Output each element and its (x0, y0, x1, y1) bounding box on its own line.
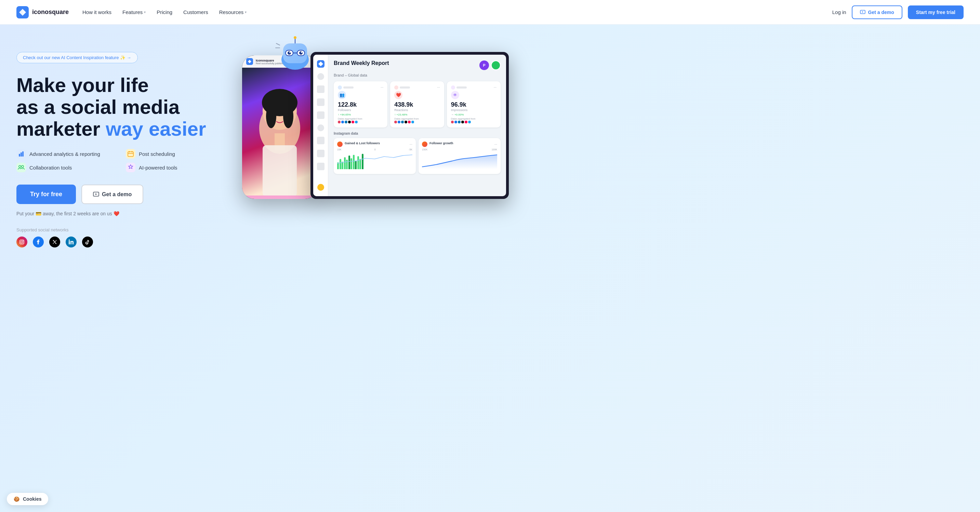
platform-icons-row (338, 121, 383, 123)
chart1-label: Gained & Lost followers (345, 142, 380, 145)
svg-rect-14 (126, 163, 135, 172)
metric-platform-1 (338, 86, 342, 89)
tablet-logo-icon (317, 60, 325, 68)
platform-icons-row-2 (394, 121, 440, 123)
metric-name-bar (343, 86, 353, 89)
tablet-sidebar (313, 55, 328, 196)
feature-analytics: Advanced analytics & reporting (16, 149, 112, 159)
svg-point-27 (288, 51, 291, 55)
collaboration-icon (16, 163, 26, 172)
sidebar-icon-4 (317, 111, 325, 119)
feature-ai: AI-powered tools (126, 163, 221, 172)
demo-icon (860, 10, 865, 15)
reactions-icon: ❤️ (394, 91, 402, 99)
cookies-label: Cookies (23, 496, 41, 502)
svg-rect-19 (69, 241, 70, 244)
demo-video-icon (93, 191, 99, 197)
get-demo-nav-button[interactable]: Get a demo (852, 5, 902, 19)
sidebar-icon-5 (317, 124, 324, 131)
svg-rect-5 (22, 151, 24, 157)
login-button[interactable]: Log in (832, 9, 846, 15)
metric-followers: ··· 👥 122.8k Followers ↑ +94.65% Datas a… (334, 81, 387, 127)
hero-illustration: Iconosquare Reel successfully published (221, 45, 964, 216)
chart1-menu: ··· (410, 143, 412, 146)
logo[interactable]: iconosquare (16, 6, 69, 19)
svg-point-40 (283, 104, 293, 128)
followers-label: Followers (338, 108, 383, 112)
platform-icons-row-3 (451, 121, 496, 123)
hero-cta-buttons: Try for free Get a demo (16, 184, 221, 204)
ai-feature-badge[interactable]: Check out our new AI Content Inspiration… (16, 52, 138, 63)
facebook-icon[interactable] (33, 237, 44, 248)
chart-gained-lost: Gained & Lost followers ··· 10K0-5K (334, 138, 416, 174)
sidebar-icon-3 (317, 99, 325, 106)
phone-logo-icon (246, 58, 253, 65)
svg-point-29 (289, 52, 291, 53)
followers-icon: 👥 (338, 91, 346, 99)
logo-icon (16, 6, 29, 19)
hero-features-list: Advanced analytics & reporting Post sche… (16, 149, 221, 172)
nav-pricing[interactable]: Pricing (157, 9, 172, 15)
reactions-change: ↑ +23.48% (394, 113, 440, 116)
nav-customers[interactable]: Customers (183, 9, 208, 15)
svg-point-17 (21, 241, 23, 243)
chart-avatar-2 (422, 142, 428, 147)
tiktok-icon[interactable] (82, 237, 93, 248)
cookies-badge[interactable]: 🍪 Cookies (7, 493, 48, 505)
feature-collaboration: Collaboration tools (16, 163, 112, 172)
instagram-section-label: Instagram data (334, 132, 501, 135)
try-free-button[interactable]: Try for free (16, 184, 76, 204)
hero-title: Make your life as a social media markete… (16, 74, 221, 140)
scheduling-icon (126, 149, 135, 159)
svg-point-41 (272, 111, 277, 115)
chart2-menu: ··· (495, 143, 497, 146)
features-chevron-icon: ▾ (144, 10, 146, 14)
x-twitter-icon[interactable] (49, 237, 60, 248)
sidebar-icon-8 (317, 163, 325, 170)
impressions-change: → +0.00% (451, 113, 496, 116)
svg-rect-4 (21, 153, 22, 157)
nav-resources[interactable]: Resources ▾ (219, 9, 247, 15)
nav-links: How it works Features ▾ Pricing Customer… (83, 9, 247, 15)
navigation: iconosquare How it works Features ▾ Pric… (0, 0, 980, 25)
metric-platform-2 (394, 86, 398, 89)
svg-point-28 (299, 51, 302, 55)
tablet-mockup: Brand Weekly Report P Brand – Global dat… (310, 52, 509, 199)
charts-row: Gained & Lost followers ··· 10K0-5K (334, 138, 501, 174)
svg-point-42 (282, 111, 288, 115)
start-trial-nav-button[interactable]: Start my free trial (908, 5, 964, 19)
metric-menu-3: ··· (494, 86, 496, 89)
hero-content: Check out our new AI Content Inspiration… (16, 45, 221, 248)
phone-screen: Iconosquare Reel successfully published (242, 56, 317, 199)
impressions-label: Impressions (451, 108, 496, 112)
sidebar-icon-7 (317, 150, 325, 157)
nav-actions: Log in Get a demo Start my free trial (832, 5, 964, 19)
analytics-icon (16, 149, 26, 159)
instagram-icon[interactable] (16, 237, 27, 248)
svg-rect-16 (20, 240, 24, 244)
tablet-screen: Brand Weekly Report P Brand – Global dat… (313, 55, 506, 196)
chart1-bars (337, 151, 412, 169)
metric-platform-3 (451, 86, 455, 89)
svg-line-33 (276, 43, 280, 45)
metric-impressions: ··· 👁 96.9k Impressions → +0.00% Datas a… (447, 81, 501, 127)
chart-avatar-1 (337, 142, 343, 147)
linkedin-icon[interactable] (66, 237, 76, 248)
reactions-label: Reactions (394, 108, 440, 112)
svg-point-39 (266, 104, 276, 128)
social-icons-list (16, 237, 221, 248)
svg-point-20 (69, 240, 70, 241)
social-networks-section: Supported social networks (16, 227, 221, 248)
svg-rect-44 (262, 145, 297, 196)
sidebar-icon-1 (317, 73, 324, 80)
sidebar-alert-dot (317, 184, 324, 191)
feature-scheduling: Post scheduling (126, 149, 221, 159)
hero-note: Put your 💳 away, the first 2 weeks are o… (16, 211, 221, 216)
chart-follower-growth: Follower growth ··· 150K100K (418, 138, 501, 174)
nav-how-it-works[interactable]: How it works (83, 9, 111, 15)
ai-tools-icon (126, 163, 135, 172)
get-demo-hero-button[interactable]: Get a demo (81, 184, 143, 204)
svg-rect-6 (126, 149, 135, 159)
nav-features[interactable]: Features ▾ (123, 9, 146, 15)
social-label: Supported social networks (16, 227, 221, 232)
